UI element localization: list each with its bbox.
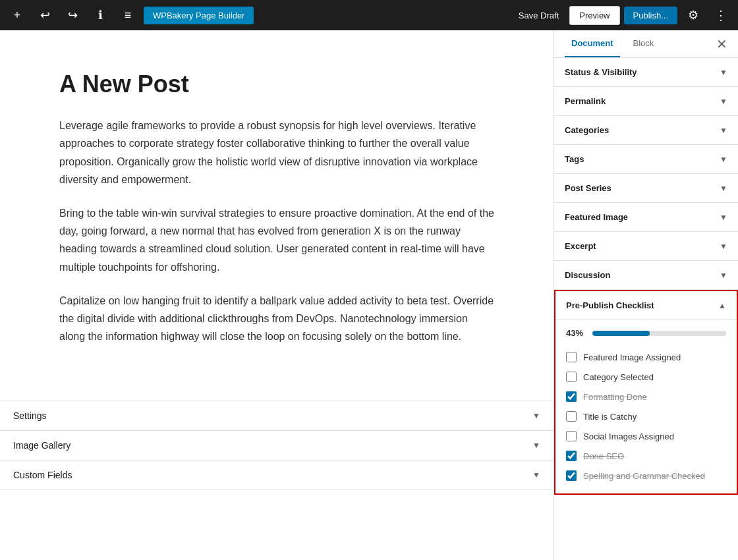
checklist-title: Pre-Publish Checklist	[566, 300, 654, 310]
editor-area: A New Post Leverage agile frameworks to …	[0, 30, 554, 560]
checklist-header[interactable]: Pre-Publish Checklist ▲	[555, 291, 737, 320]
image-gallery-arrow: ▼	[532, 441, 540, 450]
permalink-label: Permalink	[565, 96, 606, 106]
excerpt-label: Excerpt	[565, 241, 596, 251]
checklist-label-spelling: Spelling and Grammar Checked	[583, 471, 705, 481]
image-gallery-panel-row[interactable]: Image Gallery ▼	[0, 431, 554, 461]
progress-percent-label: 43%	[566, 328, 586, 338]
checklist-item-formatting-done: Formatting Done	[566, 387, 726, 406]
custom-fields-arrow: ▼	[532, 470, 540, 480]
checklist-label-category: Category Selected	[583, 372, 654, 382]
checklist-checkbox-spelling[interactable]	[566, 470, 577, 481]
tab-document[interactable]: Document	[565, 30, 620, 57]
wpbakery-button[interactable]: WPBakery Page Builder	[144, 7, 254, 24]
post-series-label: Post Series	[565, 183, 611, 193]
excerpt-arrow: ▼	[720, 242, 727, 251]
featured-image-arrow: ▼	[720, 213, 727, 222]
toolbar: + ↩ ↪ ℹ ≡ WPBakery Page Builder Save Dra…	[0, 0, 738, 30]
checklist-checkbox-featured-image[interactable]	[566, 352, 577, 362]
checklist-label-social: Social Images Assigned	[583, 432, 674, 441]
custom-fields-panel-row[interactable]: Custom Fields ▼	[0, 461, 554, 490]
post-body: Leverage agile frameworks to provide a r…	[59, 117, 494, 345]
categories-arrow: ▼	[720, 126, 727, 135]
sidebar-section-discussion[interactable]: Discussion ▼	[554, 261, 738, 290]
checklist-label-seo: Done SEO	[583, 451, 624, 461]
checklist-label-title: Title is Catchy	[583, 412, 637, 422]
status-visibility-label: Status & Visibility	[565, 67, 637, 77]
checklist-body: 43% Featured Image Assigned Category Sel…	[555, 320, 737, 493]
status-visibility-arrow: ▼	[720, 68, 727, 77]
tags-label: Tags	[565, 154, 584, 164]
checklist-item-title-catchy: Title is Catchy	[566, 406, 726, 426]
custom-fields-label: Custom Fields	[13, 470, 72, 480]
more-options-button[interactable]: ⋮	[709, 3, 733, 27]
checklist-checkbox-social[interactable]	[566, 431, 577, 441]
categories-label: Categories	[565, 125, 609, 135]
featured-image-label: Featured Image	[565, 212, 628, 222]
sidebar: Document Block ✕ Status & Visibility ▼ P…	[554, 30, 738, 560]
checklist-item-done-seo: Done SEO	[566, 446, 726, 466]
settings-arrow: ▼	[532, 411, 540, 420]
save-draft-button[interactable]: Save Draft	[512, 7, 565, 24]
checklist-label-formatting: Formatting Done	[583, 392, 647, 402]
pre-publish-checklist: Pre-Publish Checklist ▲ 43% Featured Ima…	[554, 290, 738, 495]
checklist-checkbox-title[interactable]	[566, 411, 577, 422]
discussion-arrow: ▼	[720, 271, 727, 280]
checklist-arrow: ▲	[718, 301, 726, 310]
settings-panel-row[interactable]: Settings ▼	[0, 401, 554, 431]
tab-block[interactable]: Block	[627, 30, 661, 57]
sidebar-section-tags[interactable]: Tags ▼	[554, 145, 738, 174]
publish-button[interactable]: Publish...	[624, 7, 677, 24]
main-layout: A New Post Leverage agile frameworks to …	[0, 30, 738, 560]
progress-fill	[592, 331, 650, 336]
bottom-panels: Settings ▼ Image Gallery ▼ Custom Fields…	[0, 401, 554, 490]
sidebar-section-excerpt[interactable]: Excerpt ▼	[554, 232, 738, 261]
tags-arrow: ▼	[720, 155, 727, 164]
sidebar-close-button[interactable]: ✕	[716, 30, 727, 57]
paragraph-2: Bring to the table win-win survival stra…	[59, 204, 494, 276]
checklist-item-category-selected: Category Selected	[566, 367, 726, 387]
sidebar-section-permalink[interactable]: Permalink ▼	[554, 87, 738, 116]
info-button[interactable]: ℹ	[88, 3, 112, 27]
sidebar-tabs: Document Block ✕	[554, 30, 738, 58]
preview-button[interactable]: Preview	[569, 6, 619, 25]
sidebar-section-status[interactable]: Status & Visibility ▼	[554, 58, 738, 87]
settings-gear-button[interactable]: ⚙	[681, 3, 705, 27]
paragraph-1: Leverage agile frameworks to provide a r…	[59, 117, 494, 188]
settings-label: Settings	[13, 410, 47, 421]
progress-row: 43%	[566, 328, 726, 338]
checklist-checkbox-seo[interactable]	[566, 451, 577, 461]
sidebar-section-featured-image[interactable]: Featured Image ▼	[554, 203, 738, 232]
discussion-label: Discussion	[565, 270, 610, 280]
checklist-checkbox-formatting[interactable]	[566, 391, 577, 402]
editor-content: A New Post Leverage agile frameworks to …	[33, 30, 521, 401]
checklist-item-featured-image-assigned: Featured Image Assigned	[566, 347, 726, 367]
progress-track	[592, 331, 726, 336]
checklist-item-social-images: Social Images Assigned	[566, 426, 726, 446]
post-title[interactable]: A New Post	[59, 70, 494, 98]
checklist-checkbox-category[interactable]	[566, 372, 577, 382]
checklist-label-featured-image: Featured Image Assigned	[583, 352, 681, 362]
list-view-button[interactable]: ≡	[116, 3, 140, 27]
sidebar-section-post-series[interactable]: Post Series ▼	[554, 174, 738, 203]
image-gallery-label: Image Gallery	[13, 440, 71, 451]
sidebar-section-categories[interactable]: Categories ▼	[554, 116, 738, 145]
undo-button[interactable]: ↩	[33, 3, 57, 27]
paragraph-3: Capitalize on low hanging fruit to ident…	[59, 292, 494, 346]
post-series-arrow: ▼	[720, 184, 727, 193]
permalink-arrow: ▼	[720, 97, 727, 106]
checklist-item-spelling-grammar: Spelling and Grammar Checked	[566, 466, 726, 486]
redo-button[interactable]: ↪	[61, 3, 84, 27]
add-button[interactable]: +	[5, 3, 29, 27]
